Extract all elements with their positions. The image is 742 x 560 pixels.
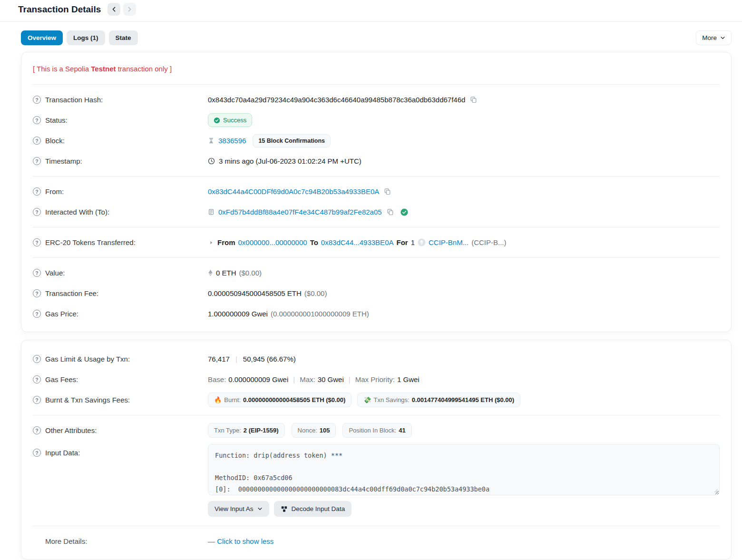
row-from: ? From: 0x83dC44a4C00DFf69d0A0c7c94B20b5… xyxy=(33,181,720,202)
verified-check-icon xyxy=(400,208,408,216)
erc20-from-address-link[interactable]: 0x000000...00000000 xyxy=(238,238,307,246)
separator: | xyxy=(346,375,353,383)
decode-input-data-button[interactable]: Decode Input Data xyxy=(274,501,352,517)
row-transaction-hash: ? Transaction Hash: 0x843dc70a4a29d79234… xyxy=(33,89,720,110)
decode-input-data-label: Decode Input Data xyxy=(292,505,345,512)
txn-savings-label: Txn Savings: xyxy=(374,396,410,403)
max-priority-fee-label: Max Priority: xyxy=(355,375,395,383)
header-divider xyxy=(0,21,742,22)
testnet-warning-suffix: transaction only ] xyxy=(116,65,172,73)
testnet-warning-bold: Testnet xyxy=(91,65,116,73)
row-more-details: More Details: — Click to show less xyxy=(33,531,720,551)
row-input-data: ? Input Data: Function: drip(address tok… xyxy=(33,443,720,517)
txn-type-label: Txn Type: xyxy=(214,427,241,434)
divider xyxy=(33,415,720,415)
next-transaction-button[interactable] xyxy=(123,3,136,16)
help-icon[interactable]: ? xyxy=(33,375,41,383)
row-gas-price: ? Gas Price: 1.000000009 Gwei (0.0000000… xyxy=(33,304,720,324)
erc20-to-address-link[interactable]: 0x83dC44...4933BE0A xyxy=(321,238,394,246)
show-less-link[interactable]: — Click to show less xyxy=(208,537,273,545)
status-badge: Success xyxy=(208,113,252,127)
help-icon[interactable]: ? xyxy=(33,96,41,104)
help-icon[interactable]: ? xyxy=(33,355,41,363)
burnt-fee-label: Burnt: xyxy=(224,396,241,403)
chevron-down-icon xyxy=(720,35,725,40)
tab-overview[interactable]: Overview xyxy=(21,30,63,45)
divider xyxy=(33,526,720,526)
more-button[interactable]: More xyxy=(696,30,732,45)
timestamp-label: Timestamp: xyxy=(45,157,82,165)
more-button-label: More xyxy=(702,34,717,41)
tab-bar: Overview Logs (1) State xyxy=(21,30,138,45)
burnt-savings-label: Burnt & Txn Savings Fees: xyxy=(45,396,130,404)
tab-state[interactable]: State xyxy=(109,30,138,45)
row-gas-limit-usage: ? Gas Limit & Usage by Txn: 76,417 | 50,… xyxy=(33,349,720,369)
tab-logs[interactable]: Logs (1) xyxy=(67,30,105,45)
help-icon[interactable]: ? xyxy=(33,289,41,297)
help-icon[interactable]: ? xyxy=(33,187,41,196)
timestamp-value: 3 mins ago (Jul-06-2023 01:02:24 PM +UTC… xyxy=(219,157,361,165)
row-status: ? Status: Success xyxy=(33,110,720,130)
gas-price-eth: (0.000000001000000009 ETH) xyxy=(271,310,369,318)
copy-icon[interactable] xyxy=(383,188,392,195)
copy-icon[interactable] xyxy=(469,96,478,103)
input-data-textarea[interactable]: Function: drip(address token) *** Method… xyxy=(208,444,720,495)
help-icon[interactable]: ? xyxy=(33,310,41,318)
position-in-block-value: 41 xyxy=(399,427,405,434)
help-icon[interactable]: ? xyxy=(33,137,41,145)
erc20-amount: 1 xyxy=(411,238,415,246)
transaction-hash-label: Transaction Hash: xyxy=(45,96,103,104)
testnet-warning: [ This is a Sepolia Testnet transaction … xyxy=(33,61,720,79)
status-badge-label: Success xyxy=(223,117,246,124)
erc20-token-link[interactable]: CCIP-BnM... xyxy=(429,238,469,246)
block-number-link[interactable]: 3836596 xyxy=(218,137,246,145)
help-icon[interactable]: ? xyxy=(33,238,41,246)
overview-card: [ This is a Sepolia Testnet transaction … xyxy=(21,52,732,332)
nonce-badge: Nonce: 105 xyxy=(292,423,336,438)
gas-price-label: Gas Price: xyxy=(45,310,78,318)
help-icon[interactable]: ? xyxy=(33,208,41,216)
help-icon[interactable]: ? xyxy=(33,396,41,404)
row-other-attributes: ? Other Attributes: Txn Type: 2 (EIP-155… xyxy=(33,420,720,441)
divider xyxy=(33,257,720,258)
details-card: ? Gas Limit & Usage by Txn: 76,417 | 50,… xyxy=(21,340,732,560)
block-label: Block: xyxy=(45,137,65,145)
row-gas-fees: ? Gas Fees: Base: 0.000000009 Gwei | Max… xyxy=(33,369,720,390)
help-icon[interactable]: ? xyxy=(33,116,41,124)
help-icon[interactable]: ? xyxy=(33,426,41,434)
help-icon[interactable]: ? xyxy=(33,157,41,165)
base-fee-value: 0.000000009 Gwei xyxy=(228,375,288,383)
divider xyxy=(33,84,720,85)
value-label: Value: xyxy=(45,269,65,277)
value-usd: ($0.00) xyxy=(239,269,262,277)
txn-savings-badge: 💸 Txn Savings: 0.001477404999541495 ETH … xyxy=(357,393,520,407)
page-title: Transaction Details xyxy=(18,4,101,15)
view-input-as-button[interactable]: View Input As xyxy=(208,501,269,517)
transaction-fee-eth: 0.000050945000458505 ETH xyxy=(208,289,302,297)
row-timestamp: ? Timestamp: 3 mins ago (Jul-06-2023 01:… xyxy=(33,151,720,171)
token-icon xyxy=(418,238,426,246)
copy-icon[interactable] xyxy=(386,208,395,216)
input-data-label: Input Data: xyxy=(45,449,80,457)
check-circle-icon xyxy=(214,117,220,124)
position-in-block-label: Position In Block: xyxy=(349,427,396,434)
help-icon[interactable]: ? xyxy=(33,449,41,457)
burnt-fee-badge: 🔥 Burnt: 0.000000000000458505 ETH ($0.00… xyxy=(208,393,351,407)
toolbar: Overview Logs (1) State More xyxy=(21,30,732,45)
divider xyxy=(33,176,720,177)
transaction-fee-usd: ($0.00) xyxy=(304,289,327,297)
position-in-block-badge: Position In Block: 41 xyxy=(342,423,411,438)
previous-transaction-button[interactable] xyxy=(107,3,120,16)
testnet-warning-prefix: [ This is a Sepolia xyxy=(33,65,91,73)
row-interacted-with: ? Interacted With (To): 0xFd57b4ddBf88a4… xyxy=(33,202,720,222)
row-burnt-savings: ? Burnt & Txn Savings Fees: 🔥 Burnt: 0.0… xyxy=(33,390,720,410)
caret-right-icon[interactable] xyxy=(208,240,215,245)
from-address-link[interactable]: 0x83dC44a4C00DFf69d0A0c7c94B20b53a4933BE… xyxy=(208,187,379,196)
interacted-with-address-link[interactable]: 0xFd57b4ddBf88a4e07fF4e34C487b99af2Fe82a… xyxy=(218,208,382,216)
chevron-left-icon xyxy=(111,6,117,12)
txn-type-value: 2 (EIP-1559) xyxy=(244,427,279,434)
erc20-token-symbol: (CCIP-B...) xyxy=(471,238,506,246)
help-icon[interactable]: ? xyxy=(33,269,41,277)
erc20-to-label: To xyxy=(310,238,318,246)
eth-icon xyxy=(208,269,213,276)
